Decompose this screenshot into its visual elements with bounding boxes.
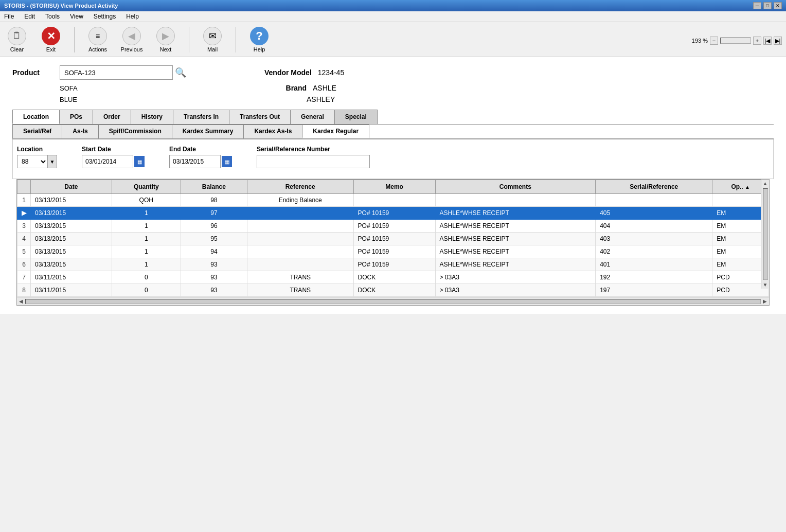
location-filter-label: Location <box>17 146 57 153</box>
zoom-in-button[interactable]: + <box>753 37 761 45</box>
tab-pos[interactable]: POs <box>59 110 93 124</box>
table-row[interactable]: 403/13/2015195PO# 10159ASHLE*WHSE RECEIP… <box>17 233 769 245</box>
grid-wrapper: Date Quantity Balance Reference Memo Com… <box>17 180 769 297</box>
window-controls[interactable]: ─ □ ✕ <box>753 2 782 9</box>
subtab-spiff-commission[interactable]: Spiff/Commission <box>98 125 172 138</box>
data-grid-container: Date Quantity Balance Reference Memo Com… <box>16 179 770 306</box>
zoom-controls: 193 % − + |◀ ▶| <box>692 37 782 45</box>
cell-quantity: 0 <box>112 271 181 284</box>
horizontal-scrollbar[interactable]: ◀ ▶ <box>17 297 769 305</box>
col-quantity: Quantity <box>112 180 181 194</box>
cell-comments <box>435 194 596 207</box>
restore-button[interactable]: □ <box>763 2 772 9</box>
menu-settings[interactable]: Settings <box>92 12 118 21</box>
help-button[interactable]: ? Help <box>246 27 272 52</box>
start-date-label: Start Date <box>82 146 145 153</box>
window-title: STORIS - (STORISU) View Product Activity <box>4 3 118 9</box>
tab-general[interactable]: General <box>290 110 335 124</box>
start-date-input[interactable] <box>82 155 133 168</box>
serial-filter-group: Serial/Reference Number <box>257 146 370 168</box>
menu-file[interactable]: File <box>2 12 16 21</box>
tab-transfers-out[interactable]: Transfers Out <box>229 110 291 124</box>
subtab-kardex-as-is[interactable]: Kardex As-Is <box>243 125 302 138</box>
tab-order[interactable]: Order <box>93 110 131 124</box>
serial-label: Serial/Reference Number <box>257 146 370 153</box>
end-date-input[interactable] <box>169 155 221 168</box>
subtab-serial-ref[interactable]: Serial/Ref <box>12 125 62 138</box>
previous-label: Previous <box>121 46 143 52</box>
cell-serial_ref <box>596 194 712 207</box>
tab-transfers-in[interactable]: Transfers In <box>173 110 229 124</box>
tab-location[interactable]: Location <box>12 110 60 124</box>
scroll-down-arrow[interactable]: ▼ <box>763 281 768 289</box>
previous-button[interactable]: ◀ Previous <box>119 27 145 52</box>
next-button[interactable]: ▶ Next <box>153 27 178 52</box>
scroll-right-arrow[interactable]: ▶ <box>762 298 768 304</box>
subtab-kardex-summary[interactable]: Kardex Summary <box>172 125 244 138</box>
clear-icon: 🗒 <box>8 27 26 45</box>
toolbar: 🗒 Clear ✕ Exit ≡ Actions ◀ Previous ▶ Ne… <box>0 22 786 57</box>
menu-tools[interactable]: Tools <box>43 12 62 21</box>
cell-quantity: 1 <box>112 220 181 233</box>
clear-button[interactable]: 🗒 Clear <box>4 27 30 52</box>
cell-date: 03/13/2015 <box>31 245 112 258</box>
actions-icon: ≡ <box>88 27 107 45</box>
zoom-reset-button[interactable]: |◀ <box>763 37 772 45</box>
start-date-calendar-button[interactable]: ▦ <box>134 156 145 167</box>
menu-help[interactable]: Help <box>124 12 141 21</box>
table-row[interactable]: 703/11/2015093TRANSDOCK> 03A3192PCD <box>17 271 769 284</box>
cell-quantity: QOH <box>112 194 181 207</box>
row-number-cell: 3 <box>17 220 31 233</box>
mail-button[interactable]: ✉ Mail <box>200 27 225 52</box>
menu-view[interactable]: View <box>68 12 85 21</box>
scroll-left-arrow[interactable]: ◀ <box>18 298 24 304</box>
tab-special[interactable]: Special <box>334 110 378 124</box>
exit-button[interactable]: ✕ Exit <box>38 27 64 52</box>
scroll-up-arrow[interactable]: ▲ <box>763 180 768 187</box>
actions-button[interactable]: ≡ Actions <box>85 27 111 52</box>
end-date-label: End Date <box>169 146 232 153</box>
menu-edit[interactable]: Edit <box>22 12 37 21</box>
zoom-fit-button[interactable]: ▶| <box>774 37 782 45</box>
product-input[interactable] <box>60 65 173 80</box>
h-scroll-track[interactable] <box>25 299 761 304</box>
table-row[interactable]: 303/13/2015196PO# 10159ASHLE*WHSE RECEIP… <box>17 220 769 233</box>
tab-history[interactable]: History <box>131 110 173 124</box>
end-date-calendar-button[interactable]: ▦ <box>222 156 232 167</box>
cell-serial_ref: 404 <box>596 220 712 233</box>
cell-serial_ref: 197 <box>596 284 712 297</box>
row-number-cell: 5 <box>17 245 31 258</box>
table-row[interactable]: 103/13/2015QOH98Ending Balance <box>17 194 769 207</box>
col-serial-ref: Serial/Reference <box>596 180 712 194</box>
table-row[interactable]: 603/13/2015193PO# 10159ASHLE*WHSE RECEIP… <box>17 258 769 271</box>
table-row[interactable]: 503/13/2015194PO# 10159ASHLE*WHSE RECEIP… <box>17 245 769 258</box>
cell-memo: PO# 10159 <box>353 245 435 258</box>
location-select[interactable]: 88 <box>17 155 48 168</box>
cell-reference: Ending Balance <box>247 194 353 207</box>
serial-input[interactable] <box>257 155 370 168</box>
subtab-kardex-regular[interactable]: Kardex Regular <box>302 125 369 138</box>
zoom-slider[interactable] <box>720 38 751 44</box>
cell-serial_ref: 403 <box>596 233 712 245</box>
cell-memo: DOCK <box>353 284 435 297</box>
main-tabs: Location POs Order History Transfers In … <box>12 110 774 125</box>
cell-reference: TRANS <box>247 271 353 284</box>
col-date: Date <box>31 180 112 194</box>
location-dropdown-button[interactable]: ▼ <box>48 155 57 168</box>
table-row[interactable]: ▶03/13/2015197PO# 10159ASHLE*WHSE RECEIP… <box>17 207 769 220</box>
row-number-cell: 7 <box>17 271 31 284</box>
minimize-button[interactable]: ─ <box>753 2 761 9</box>
col-balance: Balance <box>181 180 247 194</box>
cell-balance: 95 <box>181 233 247 245</box>
vertical-scrollbar[interactable]: ▲ ▼ <box>761 180 769 289</box>
cell-serial_ref: 401 <box>596 258 712 271</box>
table-row[interactable]: 803/11/2015093TRANSDOCK> 03A3197PCD <box>17 284 769 297</box>
cell-reference <box>247 220 353 233</box>
subtab-as-is[interactable]: As-Is <box>62 125 98 138</box>
search-icon[interactable]: 🔍 <box>175 67 186 78</box>
zoom-out-button[interactable]: − <box>710 37 718 45</box>
close-button[interactable]: ✕ <box>774 2 782 9</box>
v-scroll-track[interactable] <box>763 188 768 280</box>
cell-date: 03/13/2015 <box>31 233 112 245</box>
cell-serial_ref: 405 <box>596 207 712 220</box>
